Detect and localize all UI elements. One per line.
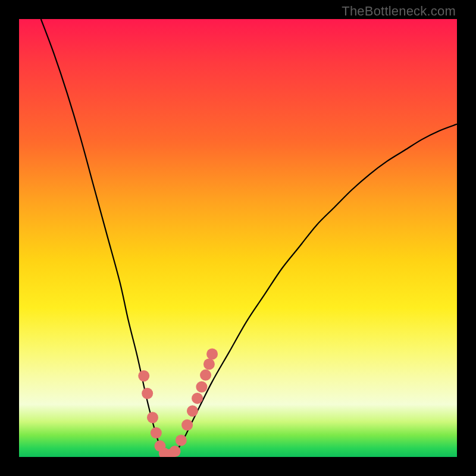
chart-svg <box>19 19 457 457</box>
marker-point <box>206 349 218 360</box>
marker-point <box>181 419 193 431</box>
marker-point <box>187 405 198 416</box>
marker-point <box>170 446 181 457</box>
marker-point <box>196 381 207 393</box>
marker-point <box>176 435 187 446</box>
chart-frame: TheBottleneck.com <box>0 0 476 476</box>
marker-point <box>142 388 153 399</box>
marker-cluster <box>138 349 218 457</box>
marker-point <box>151 427 162 439</box>
marker-point <box>203 358 215 369</box>
marker-point <box>200 369 211 381</box>
marker-point <box>192 393 203 404</box>
plot-area <box>19 19 457 457</box>
marker-point <box>138 370 149 381</box>
marker-point <box>147 412 158 423</box>
watermark-text: TheBottleneck.com <box>342 4 456 19</box>
bottleneck-curve <box>41 19 457 456</box>
